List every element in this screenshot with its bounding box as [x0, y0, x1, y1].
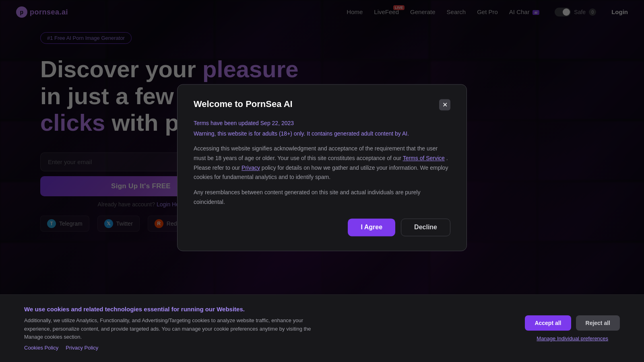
terms-modal: Welcome to PornSea AI ✕ Terms have been …	[177, 84, 467, 251]
tos-link[interactable]: Terms of Service	[403, 155, 445, 161]
privacy-link[interactable]: Privacy	[242, 165, 260, 171]
reject-all-button[interactable]: Reject all	[576, 315, 620, 331]
modal-close-button[interactable]: ✕	[439, 99, 450, 110]
modal-warning-text: Warning, this website is for adults (18+…	[194, 130, 450, 137]
modal-updated-text: Terms have been updated Sep 22, 2023	[194, 120, 450, 126]
cookie-text: We use cookies and related technologies …	[24, 304, 330, 352]
decline-button[interactable]: Decline	[401, 218, 450, 236]
manage-preferences-button[interactable]: Manage Individual preferences	[537, 335, 608, 341]
privacy-policy-link[interactable]: Privacy Policy	[66, 344, 98, 352]
cookie-subtext: Additionally, we utilize Analytics, Func…	[24, 317, 330, 341]
modal-title: Welcome to PornSea AI	[194, 99, 293, 109]
cookie-links: Cookies Policy Privacy Policy	[24, 344, 330, 352]
cookie-headline: We use cookies and related technologies …	[24, 304, 330, 314]
agree-button[interactable]: I Agree	[348, 218, 395, 236]
cookie-buttons: Accept all Reject all	[525, 315, 620, 331]
cookie-actions: Accept all Reject all Manage Individual …	[525, 315, 620, 341]
modal-actions: I Agree Decline	[194, 218, 450, 236]
modal-header: Welcome to PornSea AI ✕	[194, 99, 450, 110]
cookies-policy-link[interactable]: Cookies Policy	[24, 344, 58, 352]
cookie-banner: We use cookies and related technologies …	[0, 294, 644, 362]
accept-all-button[interactable]: Accept all	[525, 315, 571, 331]
modal-body: Accessing this website signifies acknowl…	[194, 144, 450, 207]
